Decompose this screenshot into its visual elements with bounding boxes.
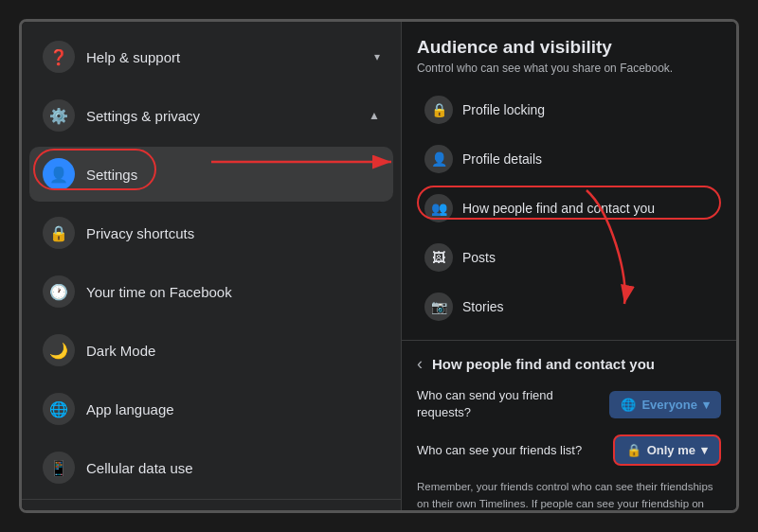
sidebar-item-cellular-data[interactable]: 📱 Cellular data use: [29, 440, 393, 495]
bottom-navigation: ⌂ Home ▶ Watch 🏪 Marketplace 🔔 Notificat…: [22, 499, 401, 510]
right-menu-label: Stories: [462, 299, 504, 314]
sidebar-item-settings[interactable]: 👤 Settings: [29, 147, 393, 202]
sidebar-item-dark-mode[interactable]: 🌙 Dark Mode: [29, 323, 393, 378]
lock-icon: 🔒: [626, 443, 641, 457]
right-panel: Audience and visibility Control who can …: [401, 22, 736, 510]
posts-icon: 🖼: [424, 243, 453, 272]
sidebar-item-label: App language: [86, 401, 380, 417]
audience-subtitle: Control who can see what you share on Fa…: [417, 62, 721, 75]
gear-icon: ⚙️: [43, 99, 75, 132]
find-contact-title: How people find and contact you: [432, 356, 655, 372]
audience-title: Audience and visibility: [417, 37, 721, 58]
everyone-dropdown[interactable]: 🌐 Everyone ▾: [609, 391, 721, 418]
right-menu-posts[interactable]: 🖼 Posts: [417, 234, 721, 281]
right-menu-how-people-find[interactable]: 👥 How people find and contact you: [417, 185, 721, 232]
nav-item-marketplace[interactable]: 🏪 Marketplace: [175, 510, 247, 511]
marketplace-icon: 🏪: [199, 510, 225, 511]
sidebar-item-label: Privacy shortcuts: [86, 225, 380, 241]
phone-icon: 📱: [43, 452, 75, 484]
sidebar-item-label: Your time on Facebook: [86, 284, 380, 300]
only-me-dropdown[interactable]: 🔒 Only me ▾: [613, 434, 721, 466]
nav-item-watch[interactable]: ▶ Watch: [103, 510, 175, 511]
right-menu-label: Posts: [462, 250, 496, 265]
chevron-down-icon: ▾: [374, 50, 380, 63]
find-contact-detail-section: ‹ How people find and contact you Who ca…: [402, 341, 736, 510]
sidebar-item-label: Settings: [86, 167, 380, 183]
chevron-down-icon: ▾: [703, 398, 710, 412]
friends-list-label: Who can see your friends list?: [417, 442, 582, 459]
friends-list-row: Who can see your friends list? 🔒 Only me…: [417, 434, 721, 466]
globe-icon: 🌐: [621, 398, 636, 412]
back-button[interactable]: ‹: [417, 354, 423, 374]
right-menu-profile-details[interactable]: 👤 Profile details: [417, 135, 721, 183]
everyone-label: Everyone: [641, 398, 697, 412]
sidebar-item-help-support[interactable]: ❓ Help & support ▾: [29, 29, 393, 84]
friend-requests-label: Who can send you friend requests?: [417, 387, 587, 421]
right-menu-stories[interactable]: 📷 Stories: [417, 283, 721, 330]
lock-icon: 🔒: [43, 217, 75, 249]
stories-icon: 📷: [424, 293, 453, 321]
sidebar-item-app-language[interactable]: 🌐 App language: [29, 381, 393, 436]
globe-icon: 🌐: [43, 393, 75, 425]
user-icon: 👤: [43, 158, 75, 190]
moon-icon: 🌙: [43, 334, 75, 366]
right-menu-profile-locking[interactable]: 🔒 Profile locking: [417, 86, 721, 133]
sidebar-item-label: Settings & privacy: [86, 108, 369, 124]
sidebar-item-label: Dark Mode: [86, 343, 380, 359]
find-contact-header: ‹ How people find and contact you: [417, 354, 721, 374]
sidebar-item-label: Help & support: [86, 49, 374, 65]
audience-visibility-section: Audience and visibility Control who can …: [402, 22, 736, 341]
chevron-down-icon: ▾: [701, 443, 708, 457]
profile-details-icon: 👤: [424, 145, 453, 173]
friends-list-description: Remember, your friends control who can s…: [417, 479, 721, 510]
watch-icon: ▶: [132, 510, 148, 511]
only-me-label: Only me: [647, 443, 695, 457]
nav-item-home[interactable]: ⌂ Home: [31, 508, 103, 511]
help-icon: ❓: [43, 41, 75, 73]
right-menu-label: How people find and contact you: [462, 201, 655, 216]
right-menu-label: Profile locking: [462, 102, 545, 117]
right-menu-label: Profile details: [462, 151, 542, 167]
bell-icon: 🔔: [271, 510, 297, 511]
sidebar-item-your-time[interactable]: 🕐 Your time on Facebook: [29, 264, 393, 319]
sidebar-item-label: Cellular data use: [86, 460, 380, 476]
find-contact-icon: 👥: [424, 194, 453, 222]
sidebar-item-settings-privacy[interactable]: ⚙️ Settings & privacy ▲: [29, 88, 393, 143]
home-icon: ⌂: [61, 508, 73, 511]
friend-requests-row: Who can send you friend requests? 🌐 Ever…: [417, 387, 721, 421]
chevron-up-icon: ▲: [369, 109, 380, 122]
nav-item-notifications[interactable]: 🔔 Notifications: [247, 510, 319, 511]
lock-icon: 🔒: [424, 96, 453, 124]
clock-icon: 🕐: [43, 275, 75, 308]
sidebar-item-privacy-shortcuts[interactable]: 🔒 Privacy shortcuts: [29, 205, 393, 260]
